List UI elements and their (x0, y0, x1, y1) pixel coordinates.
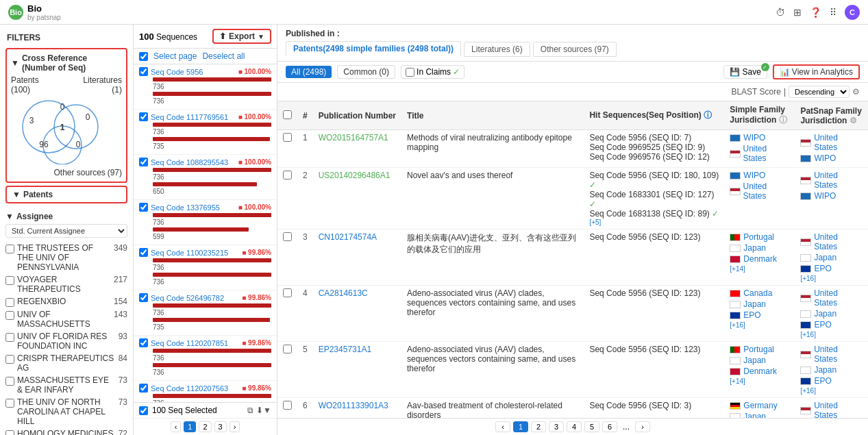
seq-code-7[interactable]: Seq Code 1120207563 (151, 384, 239, 393)
table-page-2[interactable]: 2 (531, 421, 546, 432)
table-row: 5 EP2345731A1 Adeno-associated virus (AA… (277, 342, 868, 398)
seq-panel-header: 100 Sequences ⬆ Export ▼ (134, 25, 277, 49)
more-link-5[interactable]: [+14] (730, 377, 789, 385)
seq-item-1: Seq Code 1117769561 ■ 100.00% 736 735 (134, 110, 277, 155)
flag-us (800, 295, 811, 302)
more-link-4p[interactable]: [+16] (800, 331, 863, 338)
pub-link-5[interactable]: EP2345731A1 (319, 345, 371, 354)
seq-code-5[interactable]: Seq Code 526496782 (151, 294, 239, 302)
assignee-title[interactable]: ▼ Assignee (5, 209, 127, 224)
patents-section-title[interactable]: ▼ Patents (12, 190, 121, 199)
seq-checkbox-1[interactable] (139, 112, 148, 121)
deselect-all-link[interactable]: Deselect all (202, 51, 245, 61)
claims-checkbox[interactable] (406, 68, 414, 77)
seq-page-1[interactable]: 1 (184, 421, 196, 432)
assignee-checkbox-6[interactable] (5, 377, 14, 386)
settings-icon[interactable]: ⚙ (852, 87, 860, 97)
seq-code-0[interactable]: Seq Code 5956 (151, 68, 236, 76)
user-avatar[interactable]: C (845, 5, 860, 20)
assignee-checkbox-5[interactable] (5, 355, 14, 364)
more-link-5p[interactable]: [+16] (800, 387, 863, 395)
seq-checkbox-7[interactable] (139, 384, 148, 393)
table-prev-button[interactable]: ‹ (495, 421, 510, 432)
tab-other-sources[interactable]: Other sources (97) (533, 42, 617, 57)
row-pub-5: EP2345731A1 (313, 342, 401, 398)
more-link-4[interactable]: [+16] (730, 321, 789, 329)
seq-checkbox-3[interactable] (139, 203, 148, 212)
seq-item-4: Seq Code 1100235215 ■ 99.86% 736 736 (134, 245, 277, 290)
view-analytics-button[interactable]: 📊 View in Analytics (773, 64, 860, 79)
copy-icon[interactable]: ⧉ (247, 406, 253, 415)
seq-item-3: Seq Code 13376955 ■ 100.00% 736 599 (134, 200, 277, 245)
assignee-select[interactable]: Std. Current Assignee (5, 224, 127, 238)
assignee-checkbox-8[interactable] (5, 430, 14, 435)
table-page-6[interactable]: 6 (602, 421, 617, 432)
seq-checkbox-0[interactable] (139, 67, 148, 76)
col-pub-num: Publication Number (313, 101, 401, 130)
assignee-checkbox-2[interactable] (5, 298, 14, 307)
row-checkbox-4[interactable] (283, 288, 292, 297)
table-page-4[interactable]: 4 (567, 421, 582, 432)
tab-literatures[interactable]: Literatures (6) (464, 42, 530, 57)
pub-link-6[interactable]: WO2011133901A3 (319, 401, 388, 410)
filter-all-button[interactable]: All (2498) (286, 66, 332, 78)
apps-icon[interactable]: ⠿ (830, 7, 836, 18)
pub-link-3[interactable]: CN102174574A (319, 232, 377, 242)
seq-code-4[interactable]: Seq Code 1100235215 (151, 249, 239, 257)
seq-code-2[interactable]: Seq Code 1088295543 (151, 158, 236, 166)
table-page-1[interactable]: 1 (513, 421, 528, 432)
pub-link-2[interactable]: US20140296486A1 (319, 171, 390, 180)
seq-prev-button[interactable]: ‹ (171, 421, 182, 432)
seq-code-1[interactable]: Seq Code 1117769561 (151, 113, 236, 121)
download-icon[interactable]: ⬇▼ (256, 406, 271, 415)
assignee-checkbox-7[interactable] (5, 399, 14, 408)
row-checkbox-5[interactable] (283, 345, 292, 353)
grid-icon[interactable]: ⊞ (793, 7, 802, 18)
select-page-link[interactable]: Select page (153, 51, 197, 61)
select-all-rows[interactable] (283, 110, 292, 119)
row-title-1: Methods of viral neutralizing antibody e… (401, 130, 584, 168)
select-all-checkbox[interactable] (139, 52, 148, 61)
clock-icon[interactable]: ⏱ (776, 7, 785, 18)
col-title: Title (401, 101, 584, 130)
more-link-3p[interactable]: [+16] (800, 275, 863, 282)
pub-link-4[interactable]: CA2814613C (319, 288, 368, 298)
filter-common-button[interactable]: Common (0) (337, 65, 395, 79)
tab-patents[interactable]: Patents(2498 simple families (2498 total… (286, 41, 461, 57)
assignee-checkbox-1[interactable] (5, 276, 14, 285)
seq-bar-6a (153, 349, 271, 353)
flag-us (800, 238, 811, 246)
sort-order-select[interactable]: Descending (789, 86, 850, 98)
save-button[interactable]: 💾 Save ✓ (723, 65, 767, 79)
seq-page-3[interactable]: 3 (214, 421, 227, 432)
seq-code-3[interactable]: Seq Code 13376955 (151, 203, 236, 212)
more-link-2[interactable]: [+5] (589, 219, 719, 226)
row-checkbox-3[interactable] (283, 232, 292, 241)
row-checkbox-6[interactable] (283, 401, 292, 410)
help-icon[interactable]: ❓ (810, 7, 821, 18)
table-page-3[interactable]: 3 (549, 421, 564, 432)
seq-checkbox-6[interactable] (139, 338, 148, 347)
cross-ref-title[interactable]: ▼ Cross Reference (Number of Seq) (11, 53, 122, 73)
seq-code-6[interactable]: Seq Code 1120207851 (151, 339, 239, 347)
assignee-checkbox-0[interactable] (5, 245, 14, 253)
seq-page-2[interactable]: 2 (199, 421, 211, 432)
svg-text:0: 0 (76, 140, 81, 149)
seq-checkbox-5[interactable] (139, 293, 148, 302)
assignee-checkbox-3[interactable] (5, 311, 14, 320)
seq-next-button[interactable]: › (230, 421, 240, 432)
row-checkbox-2[interactable] (283, 171, 292, 179)
seq-footer-checkbox[interactable] (139, 406, 148, 415)
export-button[interactable]: ⬆ Export ▼ (212, 29, 271, 44)
assignee-checkbox-4[interactable] (5, 333, 14, 342)
seq-checkbox-4[interactable] (139, 248, 148, 257)
table-page-5[interactable]: 5 (584, 421, 599, 432)
pub-link-1[interactable]: WO2015164757A1 (319, 133, 388, 142)
col-simple-family: Simple FamilyJurisdiction ⓘ (724, 101, 795, 130)
row-title-4: Adeno-associated virus (AAV) clades, seq… (401, 286, 584, 342)
seq-checkbox-2[interactable] (139, 158, 148, 166)
row-checkbox-1[interactable] (283, 133, 292, 142)
claims-filter[interactable]: In Claims ✓ (401, 65, 464, 79)
table-next-button[interactable]: › (635, 421, 650, 432)
more-link-3[interactable]: [+14] (730, 265, 789, 273)
